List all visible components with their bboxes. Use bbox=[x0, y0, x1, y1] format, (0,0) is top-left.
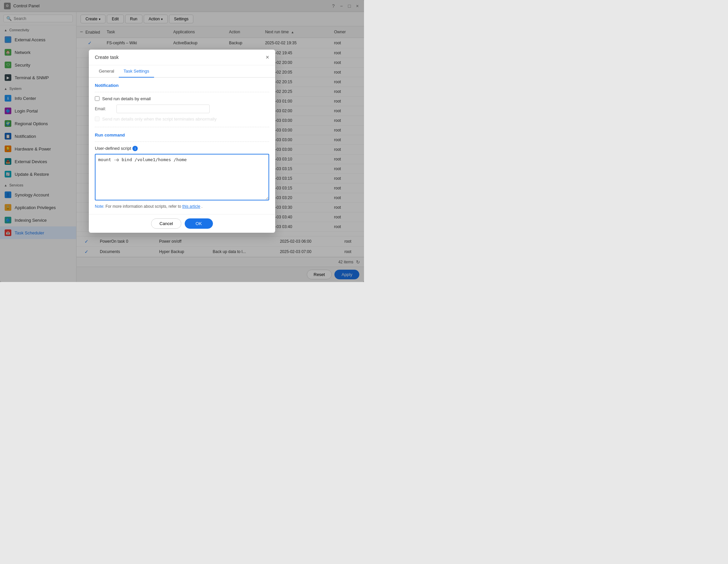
info-icon[interactable]: i bbox=[132, 146, 138, 151]
script-textarea[interactable]: mount -o bind /volume1/homes /home bbox=[95, 154, 269, 200]
cancel-button[interactable]: Cancel bbox=[151, 218, 181, 229]
note-label: Note: bbox=[95, 204, 104, 209]
notification-section: Notification Send run details by email E… bbox=[95, 83, 269, 121]
modal-tabs: General Task Settings bbox=[89, 65, 275, 78]
send-abnormal-row: Send run details only when the script te… bbox=[95, 116, 269, 121]
send-abnormal-checkbox[interactable] bbox=[95, 116, 99, 121]
email-input[interactable] bbox=[116, 104, 210, 113]
tab-general[interactable]: General bbox=[94, 65, 119, 78]
this-article-link[interactable]: this article bbox=[182, 204, 200, 209]
create-task-modal: Create task × General Task Settings Noti… bbox=[89, 50, 275, 233]
tab-task-settings[interactable]: Task Settings bbox=[119, 65, 154, 78]
send-abnormal-label[interactable]: Send run details only when the script te… bbox=[95, 116, 217, 121]
run-command-title: Run command bbox=[95, 132, 269, 137]
run-command-section: Run command User-defined script i mount … bbox=[95, 132, 269, 209]
email-label: Email: bbox=[95, 106, 113, 111]
modal-close-button[interactable]: × bbox=[266, 54, 269, 60]
control-panel-window: ⚙ Control Panel ? − □ × 🔍 ▲ Connectivity bbox=[0, 0, 364, 282]
modal-title: Create task bbox=[95, 55, 119, 60]
ok-button[interactable]: OK bbox=[185, 218, 213, 229]
modal-body: Notification Send run details by email E… bbox=[89, 78, 275, 214]
modal-footer: Cancel OK bbox=[89, 214, 275, 233]
note-text: Note: For more information about scripts… bbox=[95, 204, 269, 209]
email-row: Email: bbox=[95, 104, 269, 113]
notification-title: Notification bbox=[95, 83, 269, 88]
modal-overlay: Create task × General Task Settings Noti… bbox=[0, 0, 364, 282]
modal-header: Create task × bbox=[89, 50, 275, 65]
send-email-label[interactable]: Send run details by email bbox=[95, 96, 151, 101]
user-defined-label-row: User-defined script i bbox=[95, 146, 269, 151]
send-email-row: Send run details by email bbox=[95, 96, 269, 101]
send-email-checkbox[interactable] bbox=[95, 96, 99, 101]
